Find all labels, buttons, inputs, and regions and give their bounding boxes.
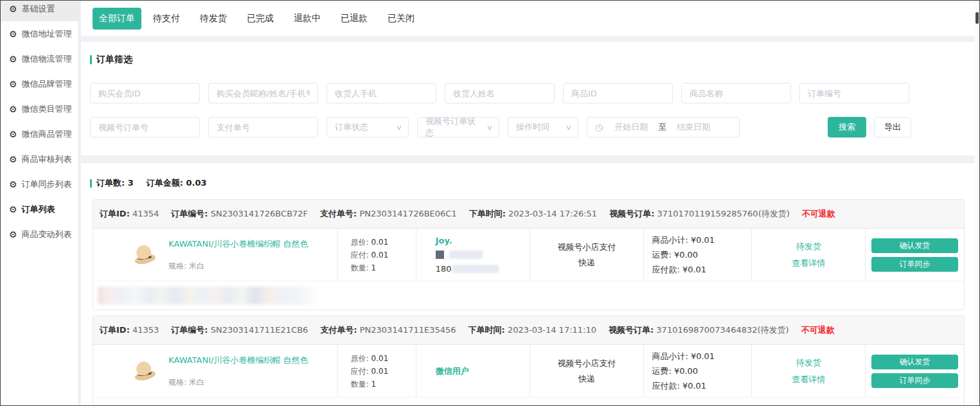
- filter-title-row: 订单筛选: [81, 42, 974, 66]
- tab-pending-shipment[interactable]: 待发货: [200, 13, 227, 24]
- date-separator: 至: [658, 121, 666, 133]
- sidebar-menu: ⚙ 基础设置 ⚙ 微信地址管理 ⚙ 微信物流管理 ⚙ 微信品牌管理 ⚙ 微信类目…: [1, 1, 78, 247]
- product-info: KAWATANI/川谷小卷檐编织帽 自然色 规格: 米白: [168, 355, 308, 388]
- gear-icon: ⚙: [9, 80, 17, 89]
- view-detail-link[interactable]: 查看详情: [792, 371, 825, 388]
- tab-pending-payment[interactable]: 待支付: [153, 13, 180, 24]
- order-body: KAWATANI/川谷小卷檐编织帽 自然色 规格: 米白 原价: 0.01 应付…: [93, 345, 964, 398]
- confirm-ship-button[interactable]: 确认发货: [871, 355, 958, 369]
- filter-row-2: 订单状态 ∨ 视频号订单状态 ∨ 操作时间 ∨ ◷ 开始日期 至 结束日期 搜索…: [81, 117, 974, 137]
- sidebar-item-wechat-brand[interactable]: ⚙ 微信品牌管理: [1, 71, 78, 96]
- tab-completed[interactable]: 已完成: [247, 13, 274, 24]
- receiver-name-input[interactable]: [445, 83, 555, 103]
- order-status-placeholder: 订单状态: [335, 121, 368, 133]
- tab-all-orders[interactable]: 全部订单: [93, 8, 141, 30]
- address-row: [93, 281, 964, 310]
- censored-block: [452, 265, 499, 273]
- status-cell: 待发货 查看详情: [751, 345, 865, 397]
- video-order-no: 视频号订单: 3710169870073464832(待发货): [609, 324, 789, 336]
- product-id-input[interactable]: [563, 83, 673, 103]
- gear-icon: ⚙: [9, 30, 17, 39]
- sidebar-item-wechat-address[interactable]: ⚙ 微信地址管理: [1, 21, 78, 46]
- order-sync-button[interactable]: 订单同步: [871, 373, 958, 388]
- sidebar-item-product-change-list[interactable]: ⚙ 商品变动列表: [1, 222, 78, 247]
- sidebar-item-basic-settings[interactable]: ⚙ 基础设置: [1, 1, 78, 21]
- sidebar-item-product-review-list[interactable]: ⚙ 商品审核列表: [1, 146, 78, 172]
- order-sync-button[interactable]: 订单同步: [871, 257, 958, 272]
- search-button[interactable]: 搜索: [828, 117, 866, 137]
- view-detail-link[interactable]: 查看详情: [792, 255, 825, 272]
- sidebar-item-wechat-category[interactable]: ⚙ 微信类目管理: [1, 96, 78, 121]
- sidebar-item-label: 基础设置: [22, 3, 55, 15]
- sidebar-item-wechat-product[interactable]: ⚙ 微信商品管理: [1, 121, 78, 146]
- sidebar-item-label: 微信品牌管理: [22, 78, 72, 90]
- gear-icon: ⚙: [9, 180, 17, 189]
- censored-block: [449, 251, 483, 259]
- scrollbar-thumb[interactable]: [976, 12, 979, 24]
- export-button[interactable]: 导出: [874, 117, 911, 137]
- product-name-input[interactable]: [681, 83, 791, 103]
- gear-icon: ⚙: [9, 105, 17, 114]
- sidebar-item-label: 订单同步列表: [22, 179, 72, 190]
- pay-no: 支付单号: PN2303141726BE06C1: [320, 208, 457, 220]
- sidebar-item-wechat-logistics[interactable]: ⚙ 微信物流管理: [1, 46, 78, 71]
- buyer-cell: 微信用户: [416, 345, 530, 397]
- order-count: 订单数: 3: [96, 177, 134, 189]
- chevron-down-icon: ∨: [486, 123, 493, 132]
- tab-refunding[interactable]: 退款中: [294, 13, 321, 24]
- operate-time-select[interactable]: 操作时间 ∨: [508, 117, 578, 137]
- filter-title: 订单筛选: [96, 54, 132, 66]
- member-id-input[interactable]: [90, 83, 200, 103]
- filter-panel: 订单筛选 订单状态 ∨ 视频号订单状态 ∨ 操作时间 ∨: [81, 42, 974, 155]
- order-sn-input[interactable]: [799, 83, 909, 103]
- non-refundable-badge: 不可退款: [801, 324, 835, 336]
- sidebar: ⚙ 基础设置 ⚙ 微信地址管理 ⚙ 微信物流管理 ⚙ 微信品牌管理 ⚙ 微信类目…: [1, 1, 79, 405]
- video-order-status-select[interactable]: 视频号订单状态 ∨: [417, 117, 499, 137]
- product-info: KAWATANI/川谷小卷檐编织帽 自然色 规格: 米白: [168, 238, 308, 272]
- order-amount: 订单金额: 0.03: [147, 177, 207, 189]
- actions-cell: 确认发货 订单同步: [865, 229, 964, 281]
- totals-cell: 商品小计: ¥0.01 运费: ¥0.00 应付款: ¥0.01: [643, 229, 751, 281]
- pay-no-input[interactable]: [208, 117, 318, 137]
- censored-buyer-name: [436, 251, 530, 259]
- orders-summary: 订单数: 3 订单金额: 0.03: [81, 163, 974, 189]
- sidebar-item-order-list[interactable]: ⚙ 订单列表: [1, 197, 78, 222]
- video-order-no: 视频号订单: 3710170119159285760(待发货): [609, 208, 790, 220]
- section-accent-bar: [90, 55, 92, 64]
- confirm-ship-button[interactable]: 确认发货: [871, 238, 958, 253]
- product-name-link[interactable]: KAWATANI/川谷小卷檐编织帽 自然色: [168, 355, 308, 366]
- sidebar-item-order-sync-list[interactable]: ⚙ 订单同步列表: [1, 172, 78, 197]
- price-cell: 原价: 0.01 应付: 0.01 数量: 1: [337, 345, 416, 397]
- non-refundable-badge: 不可退款: [802, 208, 835, 220]
- actions-cell: 确认发货 订单同步: [865, 345, 964, 397]
- tab-refunded[interactable]: 已退款: [341, 13, 368, 24]
- order-tabs: 全部订单 待支付 待发货 已完成 退款中 已退款 已关闭: [81, 1, 974, 36]
- order-time: 下单时间: 2023-03-14 17:11:10: [468, 324, 596, 336]
- product-name-link[interactable]: KAWATANI/川谷小卷檐编织帽 自然色: [168, 238, 308, 250]
- chevron-down-icon: ∨: [396, 123, 402, 132]
- product-spec: 规格: 米白: [168, 377, 308, 388]
- receiver-phone-input[interactable]: [326, 83, 436, 103]
- gear-icon: ⚙: [9, 155, 17, 164]
- product-cell: KAWATANI/川谷小卷檐编织帽 自然色 规格: 米白: [93, 229, 337, 281]
- start-date-placeholder: 开始日期: [614, 121, 648, 133]
- member-keyword-input[interactable]: [208, 83, 318, 103]
- scrollbar-track[interactable]: [974, 1, 979, 405]
- status-badge: 待发货: [796, 238, 821, 255]
- tab-closed[interactable]: 已关闭: [388, 13, 414, 24]
- payment-cell: 视频号小店支付 快递: [530, 229, 644, 281]
- payment-method: 视频号小店支付: [557, 356, 616, 371]
- gear-icon: ⚙: [9, 55, 17, 64]
- buyer-phone: 180: [436, 264, 530, 274]
- buyer-cell: Joy. 180: [416, 229, 530, 281]
- operate-time-placeholder: 操作时间: [516, 121, 549, 133]
- pay-no: 支付单号: PN2303141711E35456: [320, 324, 456, 336]
- order-status-select[interactable]: 订单状态 ∨: [326, 117, 409, 137]
- status-badge: 待发货: [796, 355, 821, 371]
- status-cell: 待发货 查看详情: [751, 229, 865, 281]
- date-range-picker[interactable]: ◷ 开始日期 至 结束日期: [587, 117, 740, 137]
- video-order-status-placeholder: 视频号订单状态: [425, 116, 483, 139]
- video-order-no-input[interactable]: [90, 117, 200, 137]
- buyer-nickname: Joy.: [436, 236, 530, 245]
- order-header: 订单ID: 41353 订单编号: SN2303141711E21CB6 支付单…: [93, 316, 964, 345]
